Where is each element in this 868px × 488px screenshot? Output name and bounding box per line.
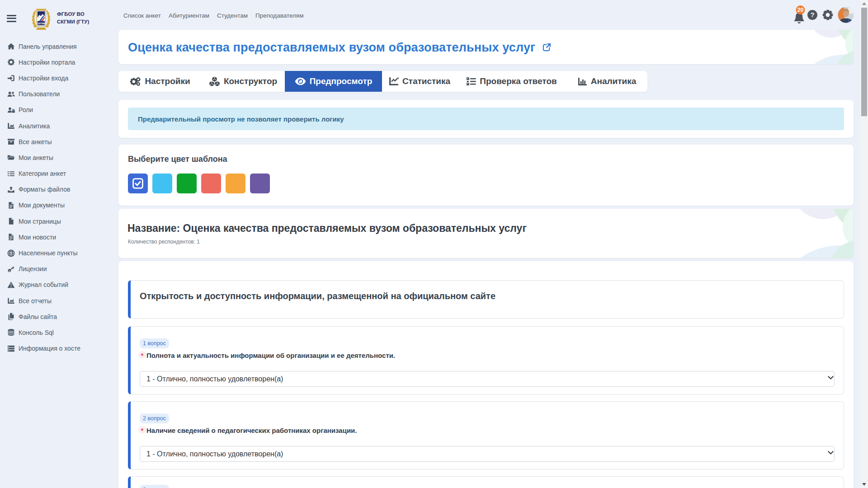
svg-text:СКГМИ: СКГМИ [37,22,46,25]
svg-text:20: 20 [797,7,804,13]
svg-text:?: ? [810,11,814,19]
